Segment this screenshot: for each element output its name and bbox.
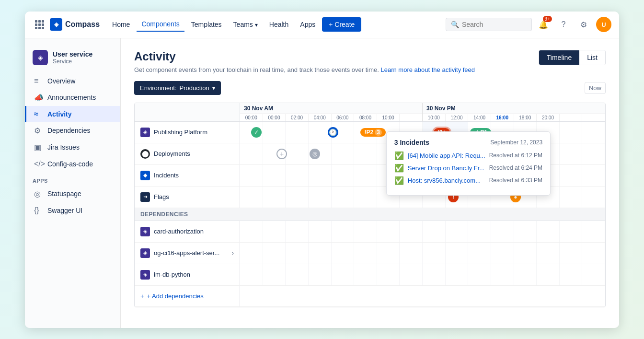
check-icon: ✅ bbox=[394, 164, 404, 173]
content-header: Activity Get component events from your … bbox=[134, 50, 606, 73]
sidebar-item-config-as-code[interactable]: </> Config-as-code bbox=[25, 156, 120, 172]
popup-title: 3 Incidents bbox=[394, 139, 429, 146]
config-icon: </> bbox=[34, 160, 43, 168]
nav-templates[interactable]: Templates bbox=[186, 18, 227, 31]
sidebar-item-announcements[interactable]: 📣 Announcements bbox=[25, 89, 120, 106]
grid-menu-button[interactable] bbox=[33, 18, 46, 31]
event-dot[interactable]: 🕐 bbox=[328, 127, 338, 138]
now-button[interactable]: Now bbox=[585, 82, 606, 94]
row-incidents[interactable]: ◆ Incidents bbox=[135, 165, 240, 186]
search-input[interactable] bbox=[462, 21, 519, 28]
help-button[interactable]: ? bbox=[556, 17, 571, 32]
swagger-icon: {} bbox=[34, 206, 43, 215]
popup-item: ✅ [64] Mobile app API: Requ... Resolved … bbox=[394, 151, 542, 160]
search-bar[interactable]: 🔍 bbox=[446, 18, 532, 31]
main-content: Activity Get component events from your … bbox=[121, 38, 619, 328]
check-icon: ✅ bbox=[394, 176, 404, 185]
incident-popup: 3 Incidents September 12, 2023 ✅ [64] Mo… bbox=[386, 131, 551, 196]
logo-icon: ◈ bbox=[50, 18, 62, 31]
card-auth-cells bbox=[240, 221, 605, 242]
table-row: ◈ im-db-python bbox=[135, 264, 605, 286]
nav-teams[interactable]: Teams bbox=[229, 18, 263, 31]
timeline-label-header bbox=[135, 103, 240, 121]
event-p2-badge[interactable]: !P2 3 bbox=[360, 128, 385, 137]
nav-apps[interactable]: Apps bbox=[295, 18, 320, 31]
nav-health[interactable]: Health bbox=[264, 18, 293, 31]
sidebar-item-label: Statuspage bbox=[47, 190, 81, 198]
sidebar-item-swagger-ui[interactable]: {} Swagger UI bbox=[25, 202, 120, 219]
nav-home[interactable]: Home bbox=[107, 18, 135, 31]
user-avatar[interactable]: U bbox=[596, 17, 611, 32]
sidebar-item-label: Swagger UI bbox=[47, 207, 82, 214]
im-db-cells bbox=[240, 264, 605, 285]
settings-button[interactable]: ⚙ bbox=[576, 17, 591, 32]
row-card-authorization[interactable]: ◈ card-authorization bbox=[135, 221, 240, 242]
environment-bar: Environment: Production Now bbox=[134, 81, 606, 95]
sidebar-item-jira-issues[interactable]: ▣ Jira Issues bbox=[25, 139, 120, 156]
popup-item: ✅ Server Drop on Banc.ly Fr... Resolved … bbox=[394, 164, 542, 173]
notifications-button[interactable]: 🔔 9+ bbox=[536, 17, 551, 32]
jira-icon: ▣ bbox=[34, 143, 43, 152]
learn-more-link[interactable]: Learn more about the activity feed bbox=[380, 66, 475, 73]
apps-section-label: APPS bbox=[25, 172, 120, 186]
add-dependencies-button[interactable]: + + Add dependencies bbox=[135, 286, 240, 306]
table-row: + + Add dependencies bbox=[135, 286, 605, 307]
row-og-ci16[interactable]: ◈ og-ci16-apps-alert-ser... › bbox=[135, 243, 240, 264]
deployments-icon: ⬤ bbox=[140, 149, 150, 159]
sidebar-item-label: Config-as-code bbox=[47, 160, 93, 168]
chevron-down-icon bbox=[255, 21, 258, 28]
publishing-platform-icon: ◈ bbox=[140, 128, 150, 137]
logo[interactable]: ◈ Compass bbox=[50, 18, 100, 31]
event-dot[interactable]: ◎ bbox=[310, 149, 320, 159]
incident-name[interactable]: Host: srv856.bancly.com... bbox=[408, 177, 485, 184]
service-icon: ◈ bbox=[33, 50, 48, 65]
sidebar-item-label: Overview bbox=[47, 77, 75, 85]
event-dot[interactable]: + bbox=[276, 149, 287, 159]
check-icon: ✅ bbox=[394, 151, 404, 160]
og-cells bbox=[240, 243, 605, 264]
table-row: ◈ Publishing Platform ✓ bbox=[135, 122, 605, 143]
service-type: Service bbox=[53, 58, 92, 65]
row-publishing-platform[interactable]: ◈ Publishing Platform bbox=[135, 122, 240, 143]
page-description: Get component events from your toolchain… bbox=[134, 66, 475, 73]
dep-icon: ◈ bbox=[140, 227, 150, 236]
main-body: ◈ User service Service ≡ Overview 📣 Anno… bbox=[25, 38, 619, 328]
incident-name[interactable]: Server Drop on Banc.ly Fr... bbox=[408, 164, 485, 172]
incident-status: Resolved at 6:12 PM bbox=[489, 152, 542, 159]
create-button[interactable]: + Create bbox=[322, 17, 361, 32]
announcements-icon: 📣 bbox=[34, 93, 43, 102]
overview-icon: ≡ bbox=[34, 77, 43, 85]
nav-links: Home Components Templates Teams Health A… bbox=[107, 17, 442, 32]
sidebar-item-dependencies[interactable]: ⚙ Dependencies bbox=[25, 122, 120, 139]
statuspage-icon: ◎ bbox=[34, 189, 43, 199]
table-row: ◈ card-authorization bbox=[135, 221, 605, 243]
nav-components[interactable]: Components bbox=[137, 17, 184, 32]
sidebar-item-activity[interactable]: ≈ Activity bbox=[25, 106, 120, 122]
time-section-am: 30 Nov AM bbox=[240, 103, 423, 114]
env-label: Environment: bbox=[140, 84, 177, 92]
row-flags[interactable]: ➜ Flags bbox=[135, 187, 240, 208]
timeline-view-button[interactable]: Timeline bbox=[539, 50, 579, 65]
row-im-db-python[interactable]: ◈ im-db-python bbox=[135, 264, 240, 285]
timeline-container: 30 Nov AM 30 Nov PM 00:00 00:00 02:00 04… bbox=[134, 103, 606, 307]
incidents-icon: ◆ bbox=[140, 171, 150, 180]
popup-item: ✅ Host: srv856.bancly.com... Resolved at… bbox=[394, 176, 542, 185]
sidebar-item-label: Announcements bbox=[47, 94, 96, 101]
sidebar-service-header: ◈ User service Service bbox=[25, 46, 120, 73]
service-name: User service bbox=[53, 50, 92, 58]
event-dot[interactable]: ✓ bbox=[251, 127, 262, 138]
incident-name[interactable]: [64] Mobile app API: Requ... bbox=[408, 152, 485, 159]
page-title: Activity bbox=[134, 50, 475, 63]
list-view-button[interactable]: List bbox=[579, 50, 605, 65]
time-section-pm: 30 Nov PM bbox=[423, 103, 605, 114]
incident-status: Resolved at 6:24 PM bbox=[489, 164, 542, 171]
dep-icon: ◈ bbox=[140, 248, 150, 258]
sidebar-item-label: Dependencies bbox=[47, 127, 91, 134]
sidebar-item-overview[interactable]: ≡ Overview bbox=[25, 73, 120, 89]
chevron-right-icon: › bbox=[232, 249, 234, 257]
sidebar: ◈ User service Service ≡ Overview 📣 Anno… bbox=[25, 38, 121, 328]
sidebar-item-statuspage[interactable]: ◎ Statuspage bbox=[25, 186, 120, 202]
row-deployments[interactable]: ⬤ Deployments bbox=[135, 143, 240, 164]
environment-selector[interactable]: Environment: Production bbox=[134, 81, 221, 95]
popup-date: September 12, 2023 bbox=[490, 139, 542, 146]
